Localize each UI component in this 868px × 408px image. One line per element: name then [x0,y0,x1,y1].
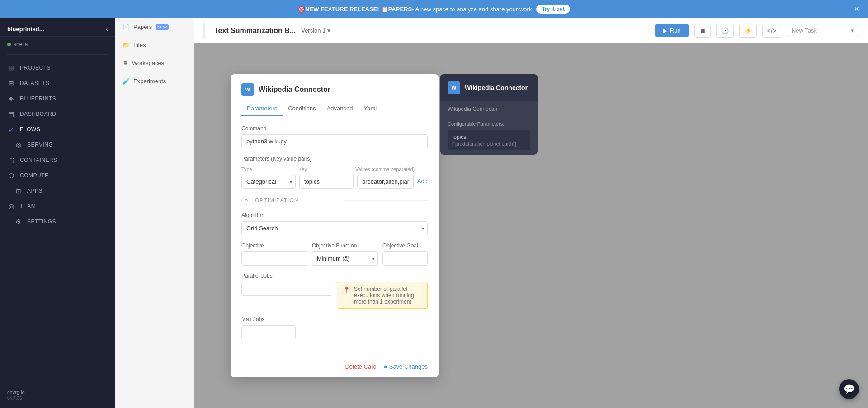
run-button[interactable]: ▶ Run [655,24,689,37]
version-selector[interactable]: Version 1 ▾ [301,27,330,34]
objective-function-label: Objective Function [312,242,378,249]
new-badge: NEW [156,24,169,30]
key-col-header: Key [298,166,353,172]
sidebar-item-settings[interactable]: ⚙ SETTINGS [0,214,115,229]
objective-input[interactable] [241,251,307,266]
key-input[interactable] [299,175,354,189]
sidebar-item-dashboard[interactable]: ▤ DASHBOARD [0,106,115,122]
run-play-icon: ▶ [663,27,667,34]
delete-card-button[interactable]: Delete Card [345,363,376,370]
code-button[interactable]: </> [762,24,781,38]
banner-text: NEW FEATURE RELEASE! [305,6,379,13]
right-panel-subtitle: Wikipedia Connector [440,101,538,117]
second-sidebar-papers[interactable]: 📄 Papers NEW [115,18,194,36]
sidebar-item-compute[interactable]: ⬡ COMPUTE [0,168,115,183]
banner-icon: 🎯 [298,6,305,13]
banner-close-button[interactable]: × [854,5,859,14]
files-label: Files [133,42,146,48]
tab-parameters[interactable]: Parameters [241,101,283,116]
chat-bubble-button[interactable]: 💬 [839,379,859,399]
sidebar-item-projects[interactable]: ⊞ PROJECTS [0,60,115,76]
sidebar-divider [7,54,108,55]
objective-row: Objective Objective Function Minimum (ā) [241,242,428,266]
sidebar-collapse-icon[interactable]: ‹ [106,25,108,33]
sidebar-item-apps[interactable]: ⊡ Apps [0,183,115,199]
values-input-wrapper [357,175,414,189]
workspaces-icon: 🖥 [123,60,128,66]
sidebar-item-flows[interactable]: ⤢ Flows [0,122,115,137]
banner-description: - A new space to analyze and share your … [412,6,532,13]
second-sidebar-experiments[interactable]: 🧪 Experiments [115,72,194,90]
sidebar-item-label: COMPUTE [20,172,49,179]
algorithm-select[interactable]: Grid Search Random Search Bayesian [241,221,428,235]
collapse-optimization-button[interactable]: ⊙ [241,196,250,205]
sidebar-item-containers[interactable]: ⬚ CONTAINERS [0,152,115,168]
sidebar-nav: ⊞ PROJECTS ⊟ DATASETS ◈ BLUEPRINTS ▤ DAS… [0,57,115,382]
save-check-icon: ● [384,363,387,370]
max-jobs-input[interactable] [241,325,296,339]
page-title: Text Summarization B... [214,27,296,35]
sidebar-item-label: Apps [27,188,42,194]
files-icon: 📁 [123,42,130,48]
type-col-header: Type [241,166,296,172]
second-sidebar-workspaces[interactable]: 🖥 Workspaces [115,54,194,72]
type-select[interactable]: Categorical Numeric [241,175,296,189]
experiments-icon: 🧪 [123,78,130,85]
sidebar-item-datasets[interactable]: ⊟ DATASETS [0,76,115,91]
params-group: Parameters (Key value pairs) Type Key Va… [241,156,428,189]
values-input[interactable] [357,175,414,189]
save-label: Save Changes [389,363,428,370]
sidebar: blueprintsd... ‹ sheila ⊞ PROJECTS ⊟ DAT… [0,18,115,408]
params-headers: Type Key Values (comma separated) [241,166,428,172]
optimization-title: OPTIMIZATION [255,197,339,204]
history-button[interactable]: 🕐 [716,24,734,38]
tab-yaml-label: Yaml [363,105,377,112]
sidebar-item-blueprints[interactable]: ◈ BLUEPRINTS [0,91,115,106]
objective-group: Objective [241,242,307,266]
user-status-dot [7,43,11,46]
task-chevron-icon: ▾ [851,27,854,34]
parallel-jobs-label: Parallel Jobs [241,273,332,279]
key-input-wrapper [299,175,354,189]
modal-header: W Wikipedia Connector [231,74,439,96]
command-group: Command [241,125,428,148]
papers-label: Papers [133,24,152,30]
sidebar-item-team[interactable]: ◎ TEAM [0,199,115,214]
objective-goal-label: Objective Goal [382,242,428,249]
sidebar-item-label: TEAM [20,203,36,209]
save-changes-button[interactable]: ● Save Changes [384,363,428,370]
task-selector[interactable]: New Task ▾ [787,24,859,37]
sidebar-item-serving[interactable]: ◎ Serving [0,137,115,152]
flows-icon: ⤢ [7,126,15,133]
papers-icon: 📄 [123,24,130,30]
max-jobs-label: Max Jobs [241,316,428,323]
command-input[interactable] [241,134,428,148]
content-area: Text Summarization B... Version 1 ▾ ▶ Ru… [194,18,868,408]
tune-button[interactable]: ⚡ [739,24,757,38]
right-panel: W Wikipedia Connector Wikipedia Connecto… [440,74,538,155]
right-panel-title: Wikipedia Connector [465,84,528,91]
blueprints-icon: ◈ [7,95,15,102]
tab-advanced[interactable]: Advanced [321,101,359,116]
banner-papers[interactable]: PAPERS [388,6,412,13]
tab-conditions[interactable]: Conditions [283,101,321,116]
workspaces-label: Workspaces [132,60,164,66]
objective-goal-input[interactable] [382,251,428,266]
footer-brand: cnvrg.io [7,389,108,395]
try-it-out-button[interactable]: Try it out [536,5,570,14]
modal-overlay: W Wikipedia Connector Parameters Conditi… [194,43,868,408]
canvas-area[interactable]: S3 Connector Wikipedia Co... [194,43,868,408]
objective-function-select[interactable]: Minimum (ā) Maximum (ā) [312,251,378,266]
parallel-jobs-input[interactable] [241,282,332,296]
add-param-button[interactable]: Add [417,175,428,185]
second-sidebar-files[interactable]: 📁 Files [115,36,194,54]
run-label: Run [670,27,681,34]
stop-button[interactable]: ⏹ [694,24,711,38]
right-panel-icon: W [448,81,460,94]
banner-papers-icon: 📋 [381,6,388,13]
tab-yaml[interactable]: Yaml [358,101,382,116]
serving-icon: ◎ [14,141,23,148]
optimization-divider: ⊙ OPTIMIZATION [241,196,428,205]
objective-function-select-wrapper: Minimum (ā) Maximum (ā) ▾ [312,251,378,266]
top-banner: 🎯 NEW FEATURE RELEASE! 📋 PAPERS - A new … [0,0,868,18]
